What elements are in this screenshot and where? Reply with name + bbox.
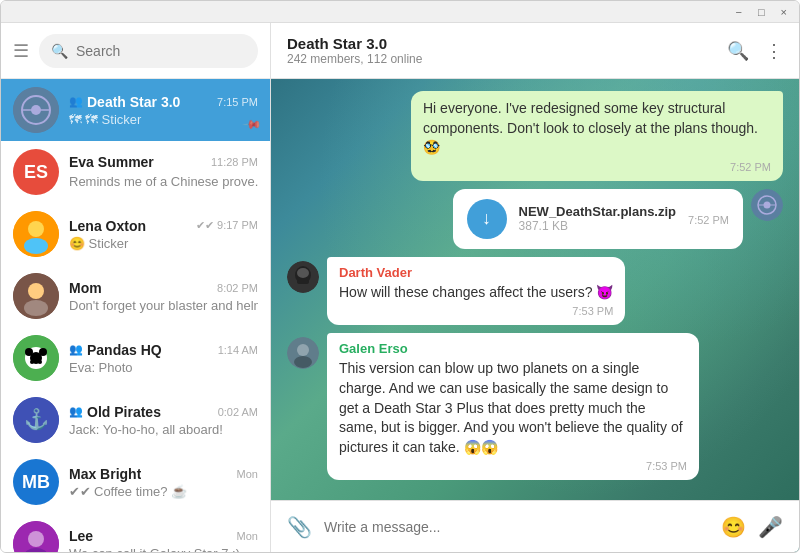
msg-time-darth: 7:53 PM (339, 305, 613, 317)
chat-preview-max-bright: ✔✔ Coffee time? ☕ (69, 484, 258, 499)
chat-item-old-pirates[interactable]: ⚓ 👥 Old Pirates 0:02 AM Jack: Yo-ho-ho, … (1, 389, 270, 451)
chat-preview-mom: Don't forget your blaster and helmet (69, 298, 258, 313)
svg-point-9 (24, 300, 48, 316)
chat-info-eva-summer: Eva Summer 11:28 PM Reminds me of a Chin… (69, 154, 258, 190)
avatar-mom (13, 273, 59, 319)
sender-avatar-file (751, 189, 783, 221)
chat-name-mom: Mom (69, 280, 102, 296)
msg-row-1: Hi everyone. I've redesigned some key st… (287, 91, 783, 181)
msg-sender-darth: Darth Vader (339, 265, 613, 280)
chat-name-old-pirates: 👥 Old Pirates (69, 404, 161, 420)
title-bar: − □ × (1, 1, 799, 23)
minimize-button[interactable]: − (731, 6, 745, 18)
msg-row-galen: Galen Erso This version can blow up two … (287, 333, 783, 480)
avatar-death-star (13, 87, 59, 133)
file-name: NEW_DeathStar.plans.zip (519, 204, 676, 219)
sidebar: ☰ 🔍 👥 Death Star 3.0 7:15 P (1, 23, 271, 552)
chat-area: Death Star 3.0 242 members, 112 online 🔍… (271, 23, 799, 552)
sender-avatar-darth (287, 261, 319, 293)
chat-preview-eva-summer: Reminds me of a Chinese prove... 2 (69, 172, 258, 190)
msg-text-1: Hi everyone. I've redesigned some key st… (423, 99, 771, 158)
chat-preview-death-star: 🗺 🗺 Sticker (69, 112, 258, 127)
chat-header-info: Death Star 3.0 242 members, 112 online (287, 35, 422, 66)
more-options-icon[interactable]: ⋮ (765, 40, 783, 62)
chat-info-death-star: 👥 Death Star 3.0 7:15 PM 🗺 🗺 Sticker (69, 94, 258, 127)
msg-text-darth: How will these changes affect the users?… (339, 283, 613, 303)
chat-name-death-star: 👥 Death Star 3.0 (69, 94, 180, 110)
avatar-lee (13, 521, 59, 552)
chat-name-lena-oxton: Lena Oxton (69, 218, 146, 234)
chat-name-pandas-hq: 👥 Pandas HQ (69, 342, 162, 358)
chat-info-lee: Lee Mon We can call it Galaxy Star 7 ;) (69, 528, 258, 553)
chat-info-lena-oxton: Lena Oxton ✔✔ 9:17 PM 😊 Sticker (69, 218, 258, 251)
chat-item-eva-summer[interactable]: ES Eva Summer 11:28 PM Reminds me of a C… (1, 141, 270, 203)
msg-row-darth: Darth Vader How will these changes affec… (287, 257, 783, 326)
avatar-lena-oxton (13, 211, 59, 257)
svg-point-14 (39, 348, 47, 356)
search-input[interactable] (76, 43, 246, 59)
chat-time-death-star: 7:15 PM (217, 96, 258, 108)
chat-info-old-pirates: 👥 Old Pirates 0:02 AM Jack: Yo-ho-ho, al… (69, 404, 258, 437)
chat-info-pandas-hq: 👥 Pandas HQ 1:14 AM Eva: Photo (69, 342, 258, 375)
chat-item-mom[interactable]: Mom 8:02 PM Don't forget your blaster an… (1, 265, 270, 327)
msg-text-galen: This version can blow up two planets on … (339, 359, 687, 457)
chat-item-pandas-hq[interactable]: 👥 Pandas HQ 1:14 AM Eva: Photo (1, 327, 270, 389)
mic-icon[interactable]: 🎤 (758, 515, 783, 539)
close-button[interactable]: × (777, 6, 791, 18)
svg-point-20 (28, 531, 44, 547)
chat-time-pandas-hq: 1:14 AM (218, 344, 258, 356)
chat-info-mom: Mom 8:02 PM Don't forget your blaster an… (69, 280, 258, 313)
emoji-icon[interactable]: 😊 (721, 515, 746, 539)
chat-header: Death Star 3.0 242 members, 112 online 🔍… (271, 23, 799, 79)
avatar-pandas-hq (13, 335, 59, 381)
svg-point-13 (25, 348, 33, 356)
search-chat-icon[interactable]: 🔍 (727, 40, 749, 62)
file-bubble: ↓ NEW_DeathStar.plans.zip 387.1 KB 7:52 … (453, 189, 743, 249)
hamburger-icon[interactable]: ☰ (13, 40, 29, 62)
msg-bubble-darth: Darth Vader How will these changes affec… (327, 257, 625, 326)
chat-time-max-bright: Mon (237, 468, 258, 480)
chat-item-death-star[interactable]: 👥 Death Star 3.0 7:15 PM 🗺 🗺 Sticker 📌 (1, 79, 270, 141)
chat-name-lee: Lee (69, 528, 93, 544)
message-input[interactable] (324, 519, 709, 535)
svg-point-35 (294, 356, 312, 368)
file-size: 387.1 KB (519, 219, 676, 233)
attach-icon[interactable]: 📎 (287, 515, 312, 539)
maximize-button[interactable]: □ (754, 6, 769, 18)
sticker-bubble (327, 488, 527, 500)
svg-point-15 (30, 360, 34, 364)
chat-name-max-bright: Max Bright (69, 466, 141, 482)
msg-sender-galen: Galen Erso (339, 341, 687, 356)
chat-preview-pandas-hq: Eva: Photo (69, 360, 258, 375)
chat-item-lee[interactable]: Lee Mon We can call it Galaxy Star 7 ;) (1, 513, 270, 552)
chat-header-status: 242 members, 112 online (287, 52, 422, 66)
chat-time-old-pirates: 0:02 AM (218, 406, 258, 418)
avatar-max-bright: MB (13, 459, 59, 505)
chat-time-mom: 8:02 PM (217, 282, 258, 294)
chat-info-max-bright: Max Bright Mon ✔✔ Coffee time? ☕ (69, 466, 258, 499)
chat-header-actions: 🔍 ⋮ (727, 40, 783, 62)
msg-bubble-galen: Galen Erso This version can blow up two … (327, 333, 699, 480)
msg-bubble-outgoing-1: Hi everyone. I've redesigned some key st… (411, 91, 783, 181)
avatar-eva-summer: ES (13, 149, 59, 195)
file-download-button[interactable]: ↓ (467, 199, 507, 239)
chat-header-name: Death Star 3.0 (287, 35, 422, 52)
msg-time-1: 7:52 PM (423, 161, 771, 173)
svg-point-34 (297, 344, 309, 356)
chat-time-lena-oxton: ✔✔ 9:17 PM (196, 219, 258, 232)
chat-item-max-bright[interactable]: MB Max Bright Mon ✔✔ Coffee time? ☕ (1, 451, 270, 513)
svg-point-31 (297, 268, 309, 278)
msg-time-galen: 7:53 PM (339, 460, 687, 472)
chat-preview-old-pirates: Jack: Yo-ho-ho, all aboard! (69, 422, 258, 437)
sidebar-header: ☰ 🔍 (1, 23, 270, 79)
msg-row-file: ↓ NEW_DeathStar.plans.zip 387.1 KB 7:52 … (287, 189, 783, 249)
chat-item-lena-oxton[interactable]: Lena Oxton ✔✔ 9:17 PM 😊 Sticker (1, 203, 270, 265)
file-info: NEW_DeathStar.plans.zip 387.1 KB (519, 204, 676, 233)
svg-text:⚓: ⚓ (24, 407, 49, 431)
input-area: 📎 😊 🎤 (271, 500, 799, 552)
svg-point-5 (28, 221, 44, 237)
chat-name-eva-summer: Eva Summer (69, 154, 154, 170)
avatar-old-pirates: ⚓ (13, 397, 59, 443)
app-body: ☰ 🔍 👥 Death Star 3.0 7:15 P (1, 23, 799, 552)
search-box[interactable]: 🔍 (39, 34, 258, 68)
